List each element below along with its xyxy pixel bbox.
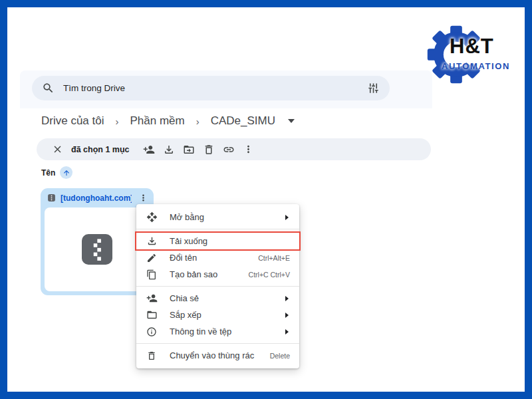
- submenu-arrow-icon: [285, 296, 289, 301]
- selection-toolbar: đã chọn 1 mục: [37, 138, 431, 160]
- open-with-icon: [146, 211, 158, 223]
- menu-item-label: Tạo bản sao: [170, 269, 249, 279]
- logo-title: H&T: [450, 35, 494, 59]
- zip-file-icon: [47, 194, 56, 202]
- menu-item-open-with[interactable]: Mở bằng: [136, 209, 299, 225]
- menu-item-shortcut: Delete: [270, 352, 290, 360]
- menu-item-shortcut: Ctrl+Alt+E: [258, 254, 290, 262]
- selection-count-label: đã chọn 1 mục: [71, 145, 130, 154]
- move-to-folder-button[interactable]: [179, 140, 199, 159]
- share-button[interactable]: [139, 140, 159, 159]
- submenu-arrow-icon: [285, 329, 289, 334]
- submenu-arrow-icon: [285, 215, 289, 220]
- menu-item-label: Đổi tên: [170, 253, 258, 263]
- menu-item-download[interactable]: Tải xuống: [136, 233, 299, 249]
- clear-selection-button[interactable]: [47, 140, 67, 159]
- copy-link-button[interactable]: [219, 140, 239, 159]
- context-menu: Mở bằng Tải xuống Đổi tên Ctrl+Alt+E Tạo…: [136, 204, 299, 368]
- sort-ascending-icon[interactable]: [60, 166, 72, 179]
- person-add-icon: [146, 293, 158, 304]
- menu-item-shortcut: Ctrl+C Ctrl+V: [249, 271, 290, 279]
- folder-icon: [146, 309, 158, 321]
- breadcrumb-phan-mem[interactable]: Phần mềm: [127, 113, 187, 129]
- menu-item-label: Chuyển vào thùng rác: [170, 350, 270, 360]
- sort-column-label[interactable]: Tên: [41, 168, 55, 178]
- file-thumbnail: [45, 207, 150, 291]
- menu-divider: [136, 343, 299, 344]
- chevron-down-icon[interactable]: [288, 119, 295, 123]
- breadcrumb-separator: ›: [196, 116, 200, 127]
- menu-item-organize[interactable]: Sắp xếp: [136, 307, 299, 323]
- search-icon: [42, 82, 55, 94]
- menu-item-label: Thông tin về tệp: [170, 327, 285, 336]
- trash-icon: [146, 350, 158, 361]
- menu-divider: [136, 229, 299, 229]
- menu-item-rename[interactable]: Đổi tên Ctrl+Alt+E: [136, 249, 299, 266]
- logo-subtitle: AUTOMATION: [442, 61, 510, 71]
- menu-item-share[interactable]: Chia sẻ: [136, 290, 299, 307]
- download-icon: [146, 235, 158, 247]
- menu-item-label: Mở bằng: [170, 212, 285, 222]
- menu-item-make-copy[interactable]: Tạo bản sao Ctrl+C Ctrl+V: [136, 266, 299, 283]
- submenu-arrow-icon: [285, 313, 289, 318]
- edit-pencil-icon: [146, 253, 158, 263]
- ht-automation-logo: H&T AUTOMATION: [419, 17, 529, 92]
- search-input[interactable]: Tìm trong Drive: [32, 76, 390, 100]
- trash-button[interactable]: [199, 140, 219, 159]
- breadcrumb-cade-simu[interactable]: CADe_SIMU: [208, 113, 278, 129]
- menu-divider: [136, 286, 299, 287]
- menu-item-label: Tải xuống: [170, 236, 290, 246]
- breadcrumb-my-drive[interactable]: Drive của tôi: [39, 113, 106, 129]
- sort-header: Tên: [41, 166, 72, 179]
- breadcrumb-separator: ›: [115, 116, 118, 127]
- search-options-icon[interactable]: [367, 82, 380, 94]
- copy-icon: [146, 269, 158, 280]
- more-actions-button[interactable]: [239, 140, 259, 159]
- screenshot-canvas: H&T AUTOMATION Tìm trong Drive Drive của…: [0, 0, 532, 399]
- menu-item-move-to-trash[interactable]: Chuyển vào thùng rác Delete: [136, 347, 299, 364]
- download-button[interactable]: [159, 140, 179, 159]
- menu-item-label: Sắp xếp: [170, 310, 285, 320]
- breadcrumb: Drive của tôi › Phần mềm › CADe_SIMU: [39, 110, 295, 132]
- info-icon: [146, 327, 158, 337]
- menu-item-file-info[interactable]: Thông tin về tệp: [136, 323, 299, 340]
- file-more-actions-button[interactable]: [136, 192, 150, 205]
- search-placeholder: Tìm trong Drive: [63, 83, 358, 93]
- menu-item-label: Chia sẻ: [170, 293, 285, 303]
- zip-thumbnail-icon: [82, 234, 112, 265]
- file-name: [tudonghoaht.com]...: [61, 194, 132, 203]
